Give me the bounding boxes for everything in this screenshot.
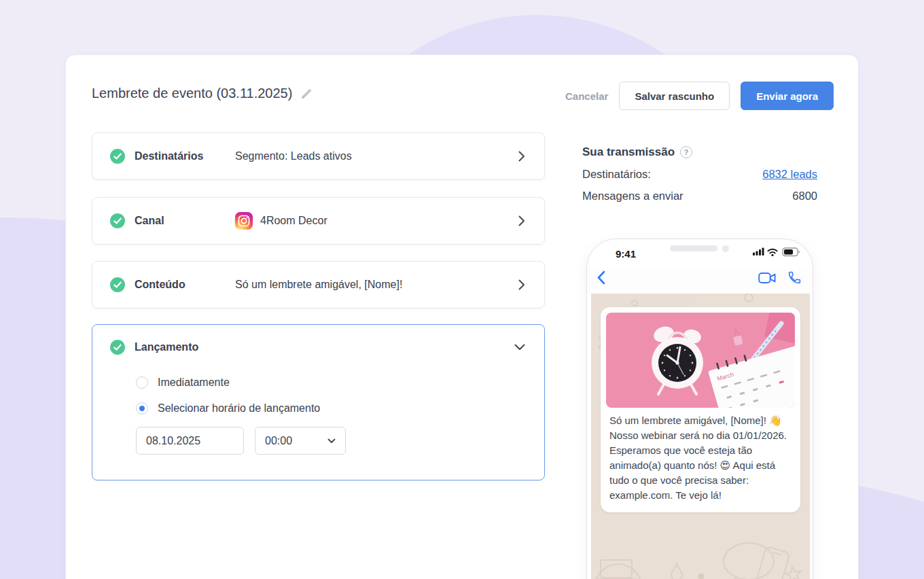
radio-immediately-label: Imediatamente <box>158 376 230 389</box>
chevron-right-icon <box>518 215 525 226</box>
step-channel-row[interactable]: Canal <box>92 198 544 244</box>
check-circle-icon <box>110 340 125 355</box>
step-schedule-header[interactable]: Lançamento <box>92 325 544 370</box>
step-channel-value: 4Room Decor <box>235 212 518 230</box>
screen: Lembrete de evento (03.11.2025) Cancelar… <box>0 0 924 579</box>
back-chevron-icon[interactable] <box>597 270 605 285</box>
phone-notch <box>670 245 717 251</box>
step-content-label: Conteúdo <box>135 279 235 291</box>
chevron-right-icon <box>518 151 525 162</box>
radio-option-immediately[interactable]: Imediatamente <box>136 370 544 396</box>
radio-selected[interactable] <box>136 402 148 415</box>
save-draft-button[interactable]: Salvar rascunho <box>619 82 730 110</box>
step-content: Conteúdo Só um lembrete amigável, [Nome]… <box>92 261 545 309</box>
check-circle-icon <box>110 213 125 228</box>
cellular-signal-icon <box>753 248 764 256</box>
chat-call-buttons <box>758 270 802 285</box>
chevron-down-icon <box>327 438 336 444</box>
step-content-value: Só um lembrete amigável, [Nome]! <box>235 279 518 291</box>
chat-nav-bar <box>587 269 813 294</box>
broadcast-summary: Sua transmissão ? Destinatários: 6832 le… <box>582 145 817 203</box>
launch-date-input[interactable]: 08.10.2025 <box>136 427 244 455</box>
recipients-count-link[interactable]: 6832 leads <box>762 168 817 181</box>
step-recipients-value: Segmento: Leads ativos <box>235 150 518 162</box>
video-call-icon[interactable] <box>758 271 777 285</box>
battery-icon <box>783 248 800 256</box>
summary-title: Sua transmissão <box>582 145 675 159</box>
message-image-alarm-clock: March <box>606 313 795 408</box>
step-recipients-row[interactable]: Destinatários Segmento: Leads ativos <box>92 133 544 179</box>
cancel-button[interactable]: Cancelar <box>565 90 608 102</box>
page-title-row: Lembrete de evento (03.11.2025) <box>92 86 313 101</box>
radio-option-schedule-time[interactable]: Selecionar horário de lançamento <box>136 396 544 421</box>
check-circle-icon <box>110 149 125 164</box>
radio-unselected[interactable] <box>136 376 148 389</box>
action-bar: Cancelar Salvar rascunho Enviar agora <box>565 82 834 110</box>
messages-count-value: 6800 <box>792 190 817 203</box>
summary-row-recipients: Destinatários: 6832 leads <box>582 168 817 181</box>
broadcast-editor-card: Lembrete de evento (03.11.2025) Cancelar… <box>65 54 859 579</box>
summary-row-messages: Mensagens a enviar 6800 <box>582 190 817 203</box>
question-circle-icon[interactable]: ? <box>680 146 692 158</box>
schedule-inputs-row: 08.10.2025 00:00 <box>136 427 544 455</box>
step-schedule: Lançamento Imediatamente Selecionar horá… <box>92 324 545 480</box>
status-bar-time: 9:41 <box>616 248 636 260</box>
step-channel-label: Canal <box>135 215 235 227</box>
page-title: Lembrete de evento (03.11.2025) <box>92 86 292 101</box>
edit-title-pencil-icon[interactable] <box>300 88 313 100</box>
send-now-button[interactable]: Enviar agora <box>741 82 834 110</box>
instagram-icon <box>235 212 253 230</box>
voice-call-icon[interactable] <box>787 270 802 285</box>
summary-recipients-label: Destinatários: <box>582 168 651 181</box>
chevron-down-icon <box>514 344 525 351</box>
summary-title-row: Sua transmissão ? <box>582 145 817 159</box>
launch-time-select[interactable]: 00:00 <box>255 427 346 455</box>
summary-messages-label: Mensagens a enviar <box>582 190 683 203</box>
step-recipients: Destinatários Segmento: Leads ativos <box>92 133 545 180</box>
chat-background: March <box>591 294 810 579</box>
step-schedule-label: Lançamento <box>135 341 235 353</box>
message-preview-text: Só um lembrete amigável, [Nome]! 👋 Nosso… <box>606 408 795 503</box>
wifi-dot <box>771 254 773 256</box>
launch-time-value: 00:00 <box>265 435 292 447</box>
step-channel: Canal <box>92 197 545 245</box>
status-bar-icons <box>753 247 800 258</box>
radio-schedule-time-label: Selecionar horário de lançamento <box>158 402 320 415</box>
phone-camera-dot <box>722 245 729 252</box>
channel-account-name: 4Room Decor <box>260 215 327 227</box>
step-recipients-label: Destinatários <box>135 150 235 162</box>
check-circle-icon <box>110 277 125 292</box>
message-preview-bubble: March <box>601 307 800 512</box>
phone-preview: 9:41 <box>586 239 813 579</box>
step-content-row[interactable]: Conteúdo Só um lembrete amigável, [Nome]… <box>92 262 544 308</box>
wifi-icon <box>768 249 777 253</box>
chevron-right-icon <box>518 279 525 290</box>
